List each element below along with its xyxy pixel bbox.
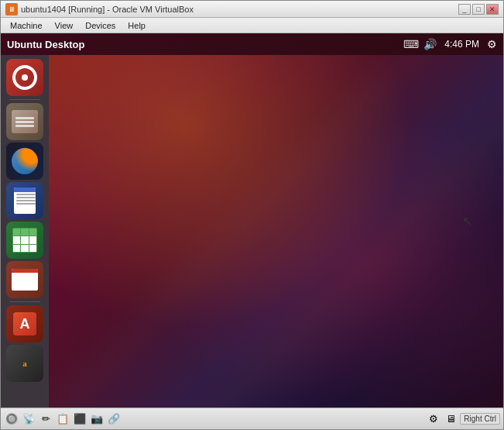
taskbar-icon-1[interactable]: 🔘 [4, 411, 19, 427]
menu-view[interactable]: View [49, 19, 80, 32]
close-button[interactable]: ✕ [486, 4, 499, 15]
drawer-line-1 [15, 117, 34, 119]
mouse-cursor: ↖ [462, 214, 472, 229]
virtualbox-window: 🖥 ubuntu1404 [Running] - Oracle VM Virtu… [0, 0, 504, 430]
taskbar-left: 🔘 📡 ✏ 📋 ⬛ 📷 🔗 [4, 411, 426, 427]
launcher-divider-1 [9, 99, 40, 100]
calc-cell-5 [21, 236, 28, 243]
window-controls: _ □ ✕ [458, 4, 499, 15]
launcher-icon-ubuntu[interactable] [6, 59, 43, 96]
menu-devices[interactable]: Devices [79, 19, 122, 32]
menu-help[interactable]: Help [122, 19, 152, 32]
desktop-background[interactable]: ↖ [49, 55, 503, 408]
calc-cell-9 [29, 245, 36, 252]
taskbar-settings-icon[interactable]: ⚙ [426, 411, 441, 427]
writer-lines [14, 187, 36, 205]
minimize-button[interactable]: _ [458, 4, 471, 15]
menu-machine[interactable]: Machine [4, 19, 49, 32]
calc-cell-4 [13, 236, 20, 243]
taskbar-icon-4[interactable]: 📋 [55, 411, 70, 427]
launcher-icon-firefox[interactable] [6, 143, 43, 180]
writer-line-1 [16, 194, 36, 195]
taskbar-vm-icon[interactable]: 🖥 [443, 411, 458, 427]
writer-doc-graphic [14, 187, 36, 214]
drawer-line-2 [15, 121, 34, 123]
calc-cell-8 [21, 245, 28, 252]
taskbar-icon-2[interactable]: 📡 [21, 411, 36, 427]
firefox-flame [12, 148, 38, 174]
menu-bar: Machine View Devices Help [1, 18, 503, 33]
desktop-area: A a ↖ [1, 55, 503, 408]
calc-cell-6 [29, 236, 36, 243]
ubuntu-logo [12, 65, 37, 90]
writer-line-4 [16, 203, 36, 205]
title-bar: 🖥 ubuntu1404 [Running] - Oracle VM Virtu… [1, 1, 503, 18]
taskbar-right: ⚙ 🖥 Right Ctrl [426, 411, 500, 427]
calc-cell-2 [21, 229, 28, 236]
calc-cell-3 [29, 229, 36, 236]
window-title: ubuntu1404 [Running] - Oracle VM Virtual… [21, 5, 458, 14]
writer-line-3 [16, 200, 36, 201]
taskbar-icon-5[interactable]: ⬛ [72, 411, 87, 427]
unity-launcher: A a [1, 55, 49, 408]
taskbar: 🔘 📡 ✏ 📋 ⬛ 📷 🔗 ⚙ 🖥 Right Ctrl [1, 408, 503, 429]
keyboard-layout-icon[interactable]: ⌨ [403, 38, 419, 50]
firefox-globe [12, 148, 38, 174]
taskbar-icon-3[interactable]: ✏ [38, 411, 53, 427]
maximize-button[interactable]: □ [472, 4, 485, 15]
calc-cell-1 [13, 229, 20, 236]
launcher-icon-appstore[interactable]: A [6, 305, 43, 342]
ubuntu-desktop-label: Ubuntu Desktop [7, 39, 403, 50]
ubuntu-topbar: Ubuntu Desktop ⌨ 🔊 4:46 PM ⚙ [1, 33, 503, 55]
launcher-icon-files[interactable] [6, 103, 43, 140]
impress-slide-graphic [12, 269, 38, 291]
launcher-icon-impress[interactable] [6, 261, 43, 298]
launcher-icon-calc[interactable] [6, 222, 43, 259]
amazon-text-graphic: a [22, 359, 27, 368]
calc-cell-7 [13, 245, 20, 252]
launcher-divider-2 [9, 301, 40, 302]
launcher-icon-writer[interactable] [6, 182, 43, 219]
files-icon-graphic [12, 110, 38, 133]
settings-icon[interactable]: ⚙ [487, 38, 497, 50]
app-icon: 🖥 [5, 3, 18, 15]
calc-spreadsheet-graphic [12, 228, 37, 253]
taskbar-icon-7[interactable]: 🔗 [106, 411, 122, 427]
appstore-bag-graphic: A [13, 312, 36, 335]
right-ctrl-button[interactable]: Right Ctrl [460, 413, 500, 425]
writer-line-2 [16, 197, 36, 198]
topbar-icons: ⌨ 🔊 4:46 PM ⚙ [403, 38, 497, 50]
launcher-icon-amazon[interactable]: a [6, 345, 43, 382]
volume-icon[interactable]: 🔊 [423, 38, 437, 50]
topbar-clock[interactable]: 4:46 PM [444, 39, 479, 50]
drawer-line-3 [15, 125, 34, 127]
taskbar-icon-6[interactable]: 📷 [89, 411, 105, 427]
